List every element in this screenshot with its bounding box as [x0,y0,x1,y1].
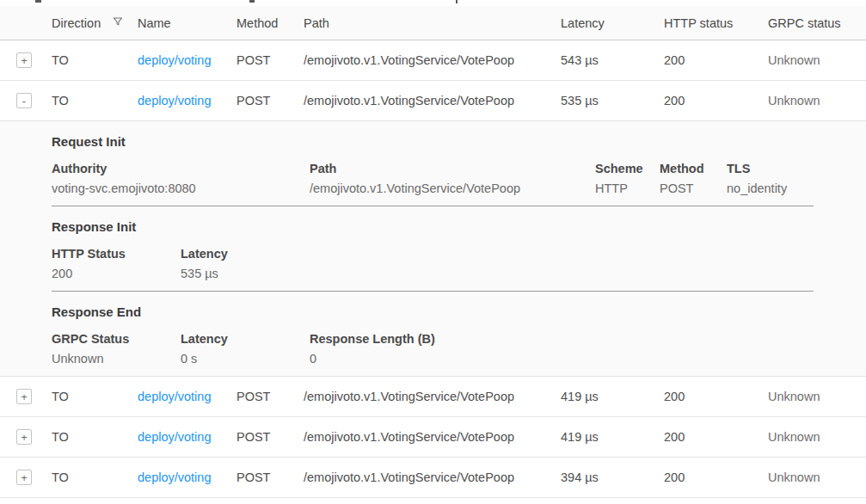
detail-field: Latency0 s [181,332,310,366]
detail-section: Response InitHTTP Status200Latency535 µs [52,206,814,292]
name-cell: deploy/voting [138,94,236,108]
http-status-cell: 200 [664,53,768,67]
detail-field-label: Authority [52,162,301,175]
detail-field: Latency535 µs [181,247,236,280]
http-status-cell: 200 [664,390,768,403]
column-header-method[interactable]: Method [236,16,304,30]
table-row: + TO deploy/voting POST /emojivoto.v1.Vo… [0,458,866,498]
name-cell: deploy/voting [138,470,236,484]
detail-section: Request InitAuthorityvoting-svc.emojivot… [52,121,814,206]
detail-section-title: Response Init [52,219,814,234]
column-header-direction-label: Direction [52,16,101,30]
name-cell: deploy/voting [138,430,236,444]
expander-cell: - [0,93,52,108]
grpc-status-cell: Unknown [768,390,866,403]
detail-fields: GRPC StatusUnknownLatency0 sResponse Len… [52,332,814,366]
detail-field: MethodPOST [660,162,727,195]
direction-cell: TO [52,470,138,484]
detail-field: SchemeHTTP [595,162,660,195]
detail-section-title: Request Init [52,134,814,149]
cutoff-text-fragment [249,0,255,3]
detail-field-value: /emojivoto.v1.VotingService/VotePoop [310,181,587,195]
detail-field: GRPC StatusUnknown [52,332,181,366]
detail-field-value: POST [660,181,718,195]
table-row: - TO deploy/voting POST /emojivoto.v1.Vo… [0,81,866,121]
method-cell: POST [236,94,304,108]
method-cell: POST [236,470,304,484]
detail-field-value: 0 [310,352,435,366]
name-link[interactable]: deploy/voting [138,53,211,67]
table-row: + TO deploy/voting POST /emojivoto.v1.Vo… [0,417,866,458]
cutoff-text-fragment [35,0,41,3]
tap-requests-table: Direction Name Method Path Latency HTTP … [0,6,866,498]
detail-field-value: voting-svc.emojivoto:8080 [52,181,301,195]
expander-cell: + [0,429,52,445]
detail-section: Response EndGRPC StatusUnknownLatency0 s… [52,292,814,376]
detail-field-value: HTTP [595,181,651,195]
latency-cell: 543 µs [561,53,664,67]
detail-field-value: 0 s [181,352,301,366]
detail-fields: HTTP Status200Latency535 µs [52,247,814,280]
detail-field-label: TLS [727,162,787,175]
grpc-status-cell: Unknown [768,94,866,108]
filter-funnel-icon[interactable] [112,15,124,30]
latency-cell: 419 µs [561,390,664,403]
cutoff-text-fragment [456,0,458,3]
expand-row-button[interactable]: - [16,93,32,108]
detail-field: TLSno_identity [727,162,795,195]
detail-field-value: no_identity [727,181,787,195]
grpc-status-cell: Unknown [768,470,866,484]
detail-field-label: HTTP Status [52,247,172,261]
detail-field-label: Method [660,162,718,175]
name-cell: deploy/voting [138,53,236,67]
detail-field-label: GRPC Status [52,332,172,346]
column-header-grpc-status[interactable]: GRPC status [768,16,866,30]
column-header-path[interactable]: Path [304,16,561,30]
path-cell: /emojivoto.v1.VotingService/VotePoop [304,94,561,108]
expander-cell: + [0,52,52,68]
name-link[interactable]: deploy/voting [138,430,211,444]
column-header-http-status[interactable]: HTTP status [664,16,768,30]
expander-cell: + [0,389,52,404]
detail-field-value: Unknown [52,352,172,366]
expand-row-button[interactable]: + [16,470,32,485]
expander-cell: + [0,470,52,485]
detail-field: Response Length (B)0 [310,332,444,366]
method-cell: POST [236,430,304,444]
table-row: + TO deploy/voting POST /emojivoto.v1.Vo… [0,377,866,417]
expand-row-button[interactable]: + [16,52,32,68]
http-status-cell: 200 [664,470,768,484]
latency-cell: 394 µs [561,470,664,484]
detail-field-label: Latency [181,332,301,346]
expand-row-button[interactable]: + [16,389,32,404]
grpc-status-cell: Unknown [768,430,866,444]
column-header-latency[interactable]: Latency [561,16,664,30]
cutoff-row-above [0,0,866,6]
name-link[interactable]: deploy/voting [138,470,211,484]
detail-section-title: Response End [52,304,814,319]
detail-field-label: Latency [181,247,228,261]
table-header-row: Direction Name Method Path Latency HTTP … [0,6,866,40]
detail-field-label: Scheme [595,162,651,175]
name-link[interactable]: deploy/voting [138,94,211,108]
path-cell: /emojivoto.v1.VotingService/VotePoop [304,430,561,444]
detail-field-value: 535 µs [181,267,228,280]
name-cell: deploy/voting [138,390,236,403]
latency-cell: 419 µs [561,430,664,444]
name-link[interactable]: deploy/voting [138,390,211,403]
method-cell: POST [236,390,304,403]
column-header-name[interactable]: Name [138,16,236,30]
path-cell: /emojivoto.v1.VotingService/VotePoop [304,390,561,403]
table-row: + TO deploy/voting POST /emojivoto.v1.Vo… [0,40,866,81]
expanded-row-detail: Request InitAuthorityvoting-svc.emojivot… [0,121,866,377]
direction-cell: TO [52,53,138,67]
method-cell: POST [236,53,304,67]
column-header-direction[interactable]: Direction [52,15,138,30]
detail-field-label: Path [310,162,587,175]
http-status-cell: 200 [664,94,768,108]
expand-row-button[interactable]: + [16,429,32,445]
detail-field-value: 200 [52,267,172,280]
detail-fields: Authorityvoting-svc.emojivoto:8080Path/e… [52,162,814,195]
latency-cell: 535 µs [561,94,664,108]
direction-cell: TO [52,94,138,108]
